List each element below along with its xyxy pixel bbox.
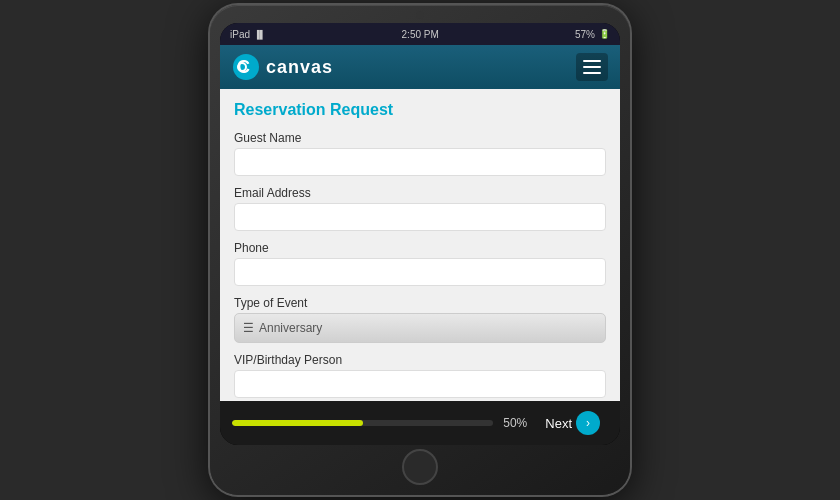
progress-label: 50% bbox=[503, 416, 527, 430]
chevron-right-icon: › bbox=[586, 416, 590, 430]
logo-area: C canvas bbox=[232, 53, 333, 81]
field-event-type: Type of Event ☰ Anniversary bbox=[234, 296, 606, 343]
next-circle-icon: › bbox=[576, 411, 600, 435]
label-guest-name: Guest Name bbox=[234, 131, 606, 145]
select-event-value: Anniversary bbox=[259, 321, 322, 335]
status-right: 57% 🔋 bbox=[575, 29, 610, 40]
field-guest-name: Guest Name bbox=[234, 131, 606, 176]
label-phone: Phone bbox=[234, 241, 606, 255]
menu-icon-line3 bbox=[583, 72, 601, 74]
app-header: C canvas bbox=[220, 45, 620, 89]
status-left: iPad ▐▌ bbox=[230, 29, 265, 40]
label-vip-person: VIP/Birthday Person bbox=[234, 353, 606, 367]
front-camera bbox=[416, 11, 424, 19]
input-vip-person[interactable] bbox=[234, 370, 606, 398]
form-area: Reservation Request Guest Name Email Add… bbox=[220, 89, 620, 401]
status-bar: iPad ▐▌ 2:50 PM 57% 🔋 bbox=[220, 23, 620, 45]
label-event-type: Type of Event bbox=[234, 296, 606, 310]
battery-label: 57% bbox=[575, 29, 595, 40]
menu-icon-line2 bbox=[583, 66, 601, 68]
menu-button[interactable] bbox=[576, 53, 608, 81]
progress-track bbox=[232, 420, 493, 426]
label-email: Email Address bbox=[234, 186, 606, 200]
tablet-device: iPad ▐▌ 2:50 PM 57% 🔋 C canvas bbox=[210, 5, 630, 495]
signal-icon: ▐▌ bbox=[254, 30, 265, 39]
input-email[interactable] bbox=[234, 203, 606, 231]
battery-icon: 🔋 bbox=[599, 29, 610, 39]
progress-fill bbox=[232, 420, 363, 426]
time-label: 2:50 PM bbox=[402, 29, 439, 40]
field-email: Email Address bbox=[234, 186, 606, 231]
next-button[interactable]: Next › bbox=[537, 407, 608, 439]
carrier-label: iPad bbox=[230, 29, 250, 40]
home-button[interactable] bbox=[402, 449, 438, 485]
screen: iPad ▐▌ 2:50 PM 57% 🔋 C canvas bbox=[220, 23, 620, 445]
menu-icon-line1 bbox=[583, 60, 601, 62]
canvas-logo-icon: C bbox=[232, 53, 260, 81]
field-vip-person: VIP/Birthday Person bbox=[234, 353, 606, 398]
form-title: Reservation Request bbox=[234, 101, 606, 119]
field-phone: Phone bbox=[234, 241, 606, 286]
select-icon: ☰ bbox=[243, 321, 254, 335]
select-event-type[interactable]: ☰ Anniversary bbox=[234, 313, 606, 343]
input-guest-name[interactable] bbox=[234, 148, 606, 176]
input-phone[interactable] bbox=[234, 258, 606, 286]
app-logo-text: canvas bbox=[266, 57, 333, 78]
footer-bar: 50% Next › bbox=[220, 401, 620, 445]
next-label: Next bbox=[545, 416, 572, 431]
